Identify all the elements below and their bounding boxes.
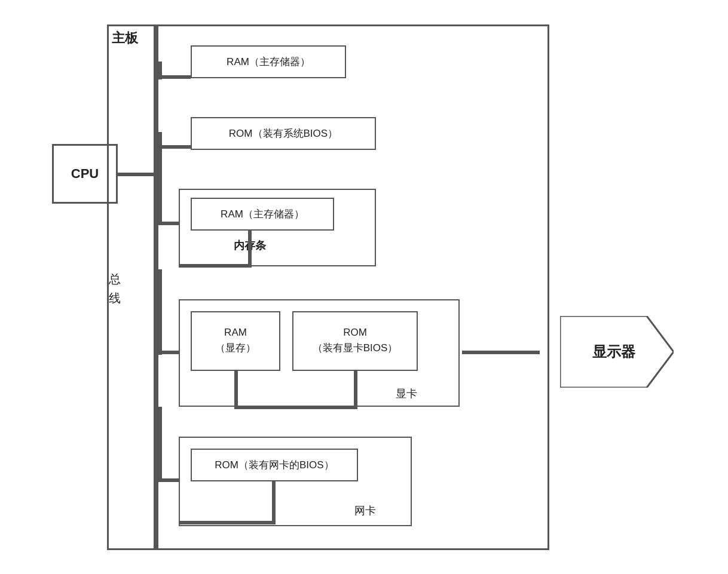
net-rom-text: ROM（装有网卡的BIOS） [215,458,334,472]
rom1-h-connector [158,145,191,149]
rom1-v-connector [158,132,162,150]
net-h-connector [158,478,179,482]
gpu-display-connector [462,351,540,354]
net-inner-v [272,481,276,524]
net-rom-box: ROM（装有网卡的BIOS） [191,449,358,481]
gpu-ram-line2: （显存） [215,341,256,355]
gpu-rom-line2: （装有显卡BIOS） [313,341,398,355]
diagram: 主板 总线 CPU RAM（主存储器） ROM（装有系统BIOS） RAM（主存… [35,13,693,562]
gpu-label: 显卡 [396,386,417,401]
cpu-box: CPU [52,144,118,204]
ram1-text: RAM（主存储器） [227,55,310,69]
ram1-box: RAM（主存储器） [191,45,346,78]
gpu-rom-box: ROM （装有显卡BIOS） [292,311,418,371]
bus-label: 总线 [109,269,121,308]
gpu-ram-inner-v [234,371,238,409]
ram1-v-connector [158,62,162,79]
memory-ram-text: RAM（主存储器） [221,207,304,221]
net-label: 网卡 [354,504,376,518]
gpu-ram-line1: RAM [224,327,247,339]
gpu-v-connector [158,269,162,355]
rom1-text: ROM（装有系统BIOS） [229,127,338,140]
display-label: 显示器 [560,316,674,388]
cpu-label: CPU [71,166,99,182]
net-v-connector [158,407,162,482]
gpu-rom-line1: ROM [343,327,367,339]
gpu-rom-inner-v [354,371,357,409]
cpu-connector [118,173,155,176]
rom1-box: ROM（装有系统BIOS） [191,117,376,150]
memory-ram-box: RAM（主存储器） [191,198,334,231]
gpu-inner-h [234,406,357,409]
mem-inner-v [248,231,252,268]
ram1-h-connector [158,75,191,79]
gpu-h-connector [158,351,179,354]
mem-h-connector [158,222,179,225]
mem-inner-h [179,264,252,268]
mem-v-connector [158,150,162,225]
net-inner-h [179,521,276,524]
bus-line [154,24,158,550]
motherboard-label: 主板 [112,29,138,47]
gpu-ram-box: RAM （显存） [191,311,280,371]
